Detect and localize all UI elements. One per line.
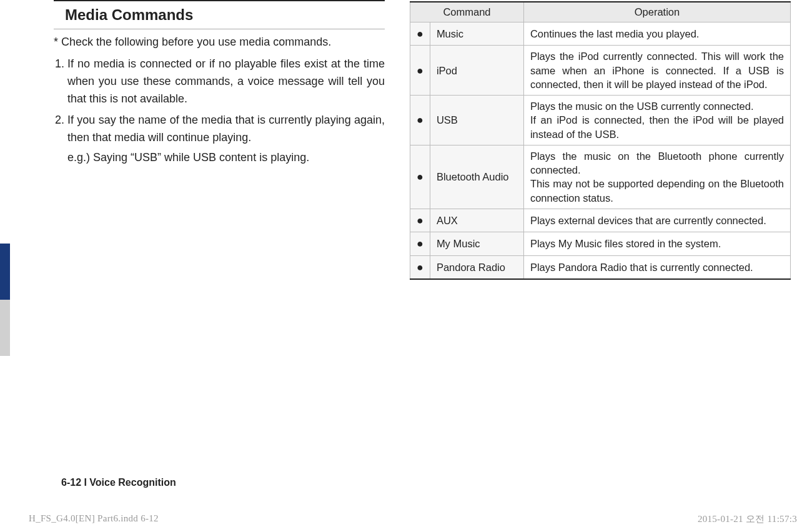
command-name: Pandora Radio bbox=[430, 255, 523, 279]
intro-note: * Check the following before you use med… bbox=[54, 34, 385, 49]
note-text: If you say the name of the media that is… bbox=[67, 114, 385, 144]
section-title: Media Commands bbox=[65, 6, 193, 23]
command-name: Music bbox=[430, 22, 523, 46]
command-operation: Continues the last media you played. bbox=[523, 22, 790, 46]
list-item: If you say the name of the media that is… bbox=[67, 112, 385, 167]
table-row: ● Bluetooth Audio Plays the music on the… bbox=[410, 145, 791, 209]
note-example: e.g.) Saying “USB” while USB content is … bbox=[67, 149, 385, 167]
bullet-icon: ● bbox=[410, 46, 430, 96]
table-row: ● Music Continues the last media you pla… bbox=[410, 22, 791, 46]
command-name: USB bbox=[430, 96, 523, 145]
bullet-icon: ● bbox=[410, 22, 430, 46]
note-text: If no media is connected or if no playab… bbox=[67, 57, 385, 105]
table-row: ● Pandora Radio Plays Pandora Radio that… bbox=[410, 255, 791, 279]
section-tab-inactive bbox=[0, 300, 10, 356]
columns: Media Commands * Check the following bef… bbox=[10, 0, 791, 532]
bullet-icon: ● bbox=[410, 255, 430, 279]
commands-table: Command Operation ● Music Continues the … bbox=[410, 1, 791, 280]
command-name: My Music bbox=[430, 232, 523, 255]
section-tab-active bbox=[0, 244, 10, 300]
table-row: ● My Music Plays My Music files stored i… bbox=[410, 232, 791, 255]
table-row: ● USB Plays the music on the USB current… bbox=[410, 96, 791, 145]
command-name: Bluetooth Audio bbox=[430, 145, 523, 209]
command-operation: Plays external devices that are currentl… bbox=[523, 209, 790, 232]
command-name: AUX bbox=[430, 209, 523, 232]
page: Media Commands * Check the following bef… bbox=[0, 0, 797, 532]
table-row: ● iPod Plays the iPod currently connecte… bbox=[410, 46, 791, 96]
bullet-icon: ● bbox=[410, 96, 430, 145]
command-operation: Plays the music on the Bluetooth phone c… bbox=[523, 145, 790, 209]
right-column: Command Operation ● Music Continues the … bbox=[410, 0, 791, 532]
command-operation: Plays the music on the USB currently con… bbox=[523, 96, 790, 145]
notes-list: If no media is connected or if no playab… bbox=[54, 56, 385, 166]
print-footer-right: 2015-01-21 오전 11:57:3 bbox=[698, 513, 797, 525]
command-operation: Plays the iPod currently connected. This… bbox=[523, 46, 790, 96]
command-operation: Plays My Music files stored in the syste… bbox=[523, 232, 790, 255]
page-number-section: 6-12 I Voice Recognition bbox=[61, 477, 176, 488]
command-operation: Plays Pandora Radio that is currently co… bbox=[523, 255, 790, 279]
header-command: Command bbox=[410, 2, 524, 22]
bullet-icon: ● bbox=[410, 232, 430, 255]
side-tabs bbox=[0, 0, 10, 532]
table-row: ● AUX Plays external devices that are cu… bbox=[410, 209, 791, 232]
header-operation: Operation bbox=[523, 2, 790, 22]
bullet-icon: ● bbox=[410, 145, 430, 209]
print-footer-left: H_FS_G4.0[EN] Part6.indd 6-12 bbox=[29, 513, 159, 524]
table-header-row: Command Operation bbox=[410, 2, 791, 22]
bullet-icon: ● bbox=[410, 209, 430, 232]
section-header: Media Commands bbox=[54, 0, 385, 29]
command-name: iPod bbox=[430, 46, 523, 96]
left-column: Media Commands * Check the following bef… bbox=[54, 0, 385, 532]
list-item: If no media is connected or if no playab… bbox=[67, 56, 385, 108]
